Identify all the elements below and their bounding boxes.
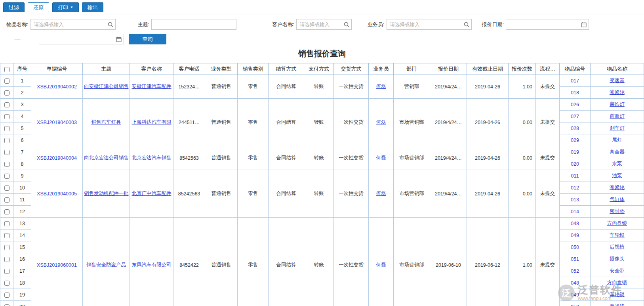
item-code-cell-link[interactable]: 051 bbox=[571, 256, 579, 262]
item-code-cell-link[interactable]: 052 bbox=[571, 268, 579, 274]
item-name-cell-link[interactable]: 密封垫 bbox=[610, 208, 625, 214]
doc-no-cell-link[interactable]: XSBJ2019040005 bbox=[37, 191, 77, 197]
calendar-icon[interactable] bbox=[581, 22, 587, 27]
col-header-9: 支付方式 bbox=[304, 63, 334, 75]
row-checkbox[interactable] bbox=[4, 162, 10, 167]
calendar-icon[interactable] bbox=[116, 36, 122, 42]
row-checkbox[interactable] bbox=[4, 197, 10, 203]
flow-status-cell: 未提交 bbox=[536, 170, 560, 218]
item-name-cell-link[interactable]: 后视镜 bbox=[610, 304, 625, 306]
subject-cell-link[interactable]: 销售安全防盗产品 bbox=[86, 262, 126, 268]
item-name-cell-link[interactable]: 尾灯 bbox=[612, 137, 622, 143]
row-checkbox[interactable] bbox=[4, 209, 10, 214]
item-name-cell-link[interactable]: 车轮锁 bbox=[610, 232, 625, 238]
subject-cell-link[interactable]: 向安徽江津公司销售 bbox=[84, 84, 129, 89]
item-code-cell-link[interactable]: 048 bbox=[571, 221, 579, 226]
item-name-cell-link[interactable]: 气缸体 bbox=[610, 197, 625, 202]
restore-button[interactable]: 还原 bbox=[28, 2, 49, 12]
quote-date-end-input[interactable] bbox=[39, 34, 124, 44]
row-checkbox[interactable] bbox=[4, 78, 10, 84]
row-checkbox[interactable] bbox=[4, 138, 10, 143]
quote-date-start-input[interactable] bbox=[506, 19, 589, 30]
row-checkbox[interactable] bbox=[4, 114, 10, 119]
customer-cell-link[interactable]: 东风汽车有限公司 bbox=[132, 262, 171, 268]
select-all-checkbox[interactable] bbox=[4, 67, 10, 72]
doc-no-cell-link[interactable]: XSBJ2019040004 bbox=[37, 155, 77, 161]
row-checkbox[interactable] bbox=[4, 186, 10, 191]
item-name-cell-link[interactable]: 涨紧轮 bbox=[610, 185, 625, 190]
customer-cell-link[interactable]: 北京广中汽车配件 bbox=[132, 191, 171, 196]
doc-no-cell-link[interactable]: XSBJ2019040003 bbox=[37, 120, 77, 125]
item-code-cell-link[interactable]: 028 bbox=[571, 126, 579, 131]
export-button[interactable]: 输出 bbox=[82, 2, 103, 12]
row-checkbox[interactable] bbox=[4, 245, 10, 250]
row-checkbox[interactable] bbox=[4, 174, 10, 179]
customer-cell-link[interactable]: 安徽江津汽车配件 bbox=[132, 84, 171, 89]
row-checkbox[interactable] bbox=[4, 293, 10, 298]
item-name-cell-link[interactable]: 装饰灯 bbox=[610, 101, 625, 107]
row-checkbox[interactable] bbox=[4, 233, 10, 238]
salesman-cell-link[interactable]: 何磊 bbox=[376, 119, 386, 125]
item-name-cell-link[interactable]: 涨紧轮 bbox=[610, 90, 625, 95]
salesman-field bbox=[387, 19, 472, 30]
item-name-cell-link[interactable]: 车轮锁 bbox=[610, 292, 625, 297]
item-code-cell-link[interactable]: 050 bbox=[571, 304, 579, 306]
item-code-cell-link[interactable]: 020 bbox=[571, 161, 579, 167]
item-code-cell-link[interactable]: 027 bbox=[571, 114, 579, 119]
item-name-cell-link[interactable]: 前照灯 bbox=[610, 113, 625, 119]
customer-cell-link[interactable]: 北京宏达汽车销售 bbox=[132, 155, 171, 161]
item-name-cell-link[interactable]: 离合器 bbox=[610, 149, 625, 155]
row-checkbox[interactable] bbox=[4, 257, 10, 262]
row-checkbox[interactable] bbox=[4, 304, 10, 306]
item-code-cell-link[interactable]: 026 bbox=[571, 102, 579, 107]
item-code-cell-link[interactable]: 013 bbox=[571, 197, 579, 203]
row-checkbox[interactable] bbox=[4, 150, 10, 155]
item-name-cell-link[interactable]: 变速器 bbox=[610, 78, 625, 83]
item-name-cell-link[interactable]: 安全带 bbox=[610, 268, 625, 273]
item-name-cell-link[interactable]: 刹车灯 bbox=[610, 125, 625, 131]
item-code-cell-link[interactable]: 049 bbox=[571, 233, 579, 238]
item-code-cell-link[interactable]: 017 bbox=[571, 78, 579, 84]
salesman-cell-link[interactable]: 何磊 bbox=[376, 84, 386, 89]
search-button[interactable]: 查询 bbox=[129, 34, 166, 44]
item-name-cell-link[interactable]: 后视镜 bbox=[610, 244, 625, 250]
row-checkbox[interactable] bbox=[4, 281, 10, 286]
item-code-cell-link[interactable]: 012 bbox=[571, 185, 579, 191]
row-checkbox[interactable] bbox=[4, 269, 10, 274]
salesman-cell-link[interactable]: 何磊 bbox=[376, 191, 386, 196]
salesman-cell-link[interactable]: 何磊 bbox=[376, 155, 386, 161]
item-code-cell-link[interactable]: 029 bbox=[571, 138, 579, 143]
item-code-cell-link[interactable]: 018 bbox=[571, 90, 579, 96]
print-button[interactable]: 打印▼ bbox=[52, 2, 79, 12]
item-code-cell-link[interactable]: 011 bbox=[571, 173, 579, 179]
item-name-cell-link[interactable]: 方向盘锁 bbox=[607, 220, 627, 226]
item-code-cell-link[interactable]: 048 bbox=[571, 280, 579, 286]
customer-cell-link[interactable]: 上海科达汽车有限 bbox=[132, 119, 171, 125]
item-code-cell-link[interactable]: 019 bbox=[571, 149, 579, 155]
search-icon[interactable] bbox=[108, 22, 113, 27]
subject-cell-link[interactable]: 向北京宏达公司销售 bbox=[84, 155, 129, 161]
subject-cell-link[interactable]: 销售汽车灯具 bbox=[91, 119, 121, 125]
row-checkbox[interactable] bbox=[4, 126, 10, 131]
search-icon[interactable] bbox=[344, 22, 349, 27]
item-name-input[interactable] bbox=[30, 19, 116, 30]
filter-button[interactable]: 过滤 bbox=[3, 2, 25, 12]
search-icon[interactable] bbox=[464, 22, 469, 27]
row-checkbox[interactable] bbox=[4, 102, 10, 107]
item-name-cell-link[interactable]: 水泵 bbox=[612, 161, 622, 166]
customer-input[interactable] bbox=[296, 19, 352, 30]
doc-no-cell-link[interactable]: XSBJ2019040002 bbox=[37, 84, 77, 90]
item-code-cell-link[interactable]: 014 bbox=[571, 209, 579, 214]
row-checkbox[interactable] bbox=[4, 90, 10, 96]
item-name-cell-link[interactable]: 油泵 bbox=[612, 173, 622, 178]
subject-input[interactable] bbox=[151, 19, 236, 30]
doc-no-cell-link[interactable]: XSBJ2019060001 bbox=[37, 262, 77, 268]
salesman-input[interactable] bbox=[387, 19, 472, 30]
item-code-cell-link[interactable]: 049 bbox=[571, 292, 579, 298]
row-checkbox[interactable] bbox=[4, 221, 10, 226]
subject-cell-link[interactable]: 销售发动机配件一批 bbox=[84, 191, 129, 196]
salesman-cell-link[interactable]: 何磊 bbox=[376, 262, 386, 268]
item-name-cell-link[interactable]: 方向盘锁 bbox=[607, 280, 627, 285]
item-name-cell-link[interactable]: 摄像头 bbox=[610, 256, 625, 262]
item-code-cell-link[interactable]: 050 bbox=[571, 245, 579, 250]
